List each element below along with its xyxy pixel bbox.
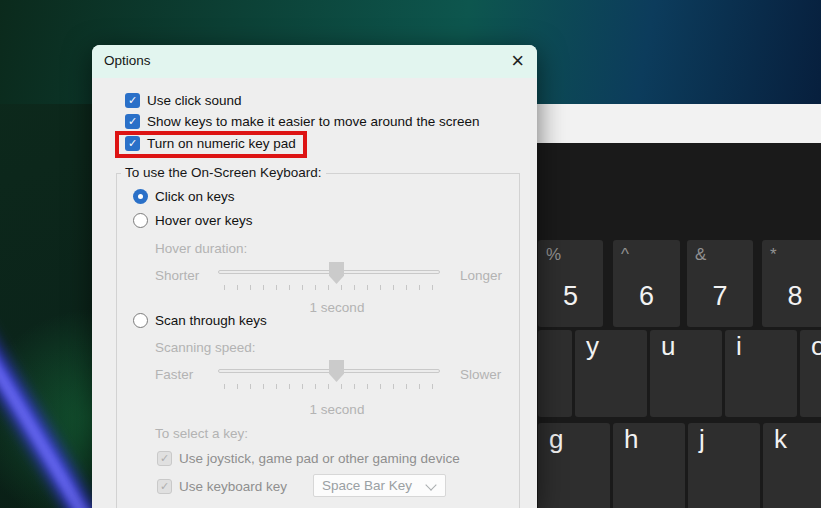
hover-duration-label: Hover duration: (155, 241, 247, 256)
check-icon: ✓ (160, 453, 169, 464)
key-o[interactable]: o (800, 330, 821, 417)
key-h-label: h (624, 424, 638, 455)
check-icon: ✓ (128, 95, 137, 106)
checkbox-row-use-click-sound[interactable]: ✓ Use click sound (125, 92, 242, 108)
key-k[interactable]: k (763, 423, 821, 508)
checkbox-row-show-keys[interactable]: ✓ Show keys to make it easier to move ar… (125, 113, 479, 129)
radio-click-on-keys[interactable] (133, 189, 148, 204)
key-6-label: 6 (613, 281, 680, 312)
checkbox-row-keyboard-key: ✓ Use keyboard key (157, 478, 287, 494)
key-y[interactable]: y (575, 330, 647, 417)
checkbox-label-joystick: Use joystick, game pad or other gaming d… (179, 451, 460, 466)
key-o-label: o (811, 331, 821, 362)
desktop: % 5 ^ 6 & 7 * 8 y u i o g h j k Options (0, 0, 821, 508)
highlight-red-box (115, 131, 307, 158)
key-k-label: k (774, 424, 787, 455)
key-5[interactable]: % 5 (538, 240, 603, 327)
radio-label-scan-through-keys[interactable]: Scan through keys (155, 313, 267, 328)
key-6[interactable]: ^ 6 (613, 240, 680, 327)
dialog-titlebar[interactable]: Options × (92, 45, 537, 78)
scan-slider-ticks (224, 384, 436, 389)
radio-label-click-on-keys[interactable]: Click on keys (155, 189, 235, 204)
check-icon: ✓ (128, 116, 137, 127)
hover-slider-value: 1 second (287, 300, 387, 315)
radio-row-hover-over-keys[interactable]: Hover over keys (133, 212, 253, 228)
check-icon: ✓ (160, 481, 169, 492)
key-partial[interactable] (538, 330, 572, 417)
scan-slider-min-label: Faster (155, 367, 193, 382)
checkbox-use-click-sound[interactable]: ✓ (125, 93, 140, 108)
checkbox-label-use-click-sound[interactable]: Use click sound (147, 93, 242, 108)
radio-row-scan-through-keys[interactable]: Scan through keys (133, 312, 267, 328)
key-g-label: g (549, 424, 563, 455)
key-8-label: 8 (762, 281, 821, 312)
checkbox-label-keyboard-key: Use keyboard key (179, 479, 287, 494)
checkbox-keyboard-key: ✓ (157, 479, 172, 494)
close-icon[interactable]: × (511, 48, 524, 74)
key-7[interactable]: & 7 (687, 240, 753, 327)
scanning-speed-label: Scanning speed: (155, 340, 256, 355)
checkbox-joystick: ✓ (157, 451, 172, 466)
key-j[interactable]: j (688, 423, 760, 508)
radio-label-hover-over-keys[interactable]: Hover over keys (155, 213, 253, 228)
dialog-title: Options (104, 53, 151, 68)
hover-slider-max-label: Longer (460, 268, 502, 283)
keyboard-key-dropdown-value: Space Bar Key (322, 478, 412, 493)
checkbox-label-show-keys[interactable]: Show keys to make it easier to move arou… (147, 114, 479, 129)
key-h[interactable]: h (613, 423, 685, 508)
chevron-down-icon (425, 479, 436, 490)
key-7-label: 7 (687, 281, 753, 312)
keyboard-key-dropdown: Space Bar Key (313, 474, 446, 497)
key-7-shift-symbol: & (695, 245, 706, 265)
key-y-label: y (586, 331, 599, 362)
key-j-label: j (699, 424, 705, 455)
key-6-shift-symbol: ^ (621, 245, 629, 265)
key-i-label: i (736, 331, 742, 362)
key-i[interactable]: i (725, 330, 797, 417)
scan-slider-value: 1 second (287, 402, 387, 417)
radio-hover-over-keys[interactable] (133, 213, 148, 228)
hover-slider-ticks (224, 285, 436, 290)
scan-slider-max-label: Slower (460, 367, 501, 382)
key-u[interactable]: u (650, 330, 722, 417)
key-u-label: u (661, 331, 675, 362)
key-8[interactable]: * 8 (762, 240, 821, 327)
key-5-shift-symbol: % (546, 245, 561, 265)
radio-scan-through-keys[interactable] (133, 313, 148, 328)
key-g[interactable]: g (538, 423, 610, 508)
key-5-label: 5 (538, 281, 603, 312)
checkbox-show-keys[interactable]: ✓ (125, 114, 140, 129)
to-select-a-key-label: To select a key: (155, 426, 248, 441)
groupbox-legend: To use the On-Screen Keyboard: (121, 165, 326, 180)
hover-slider-min-label: Shorter (155, 268, 199, 283)
key-8-shift-symbol: * (770, 245, 777, 265)
options-dialog: Options × ✓ Use click sound ✓ Show keys … (92, 45, 537, 508)
radio-row-click-on-keys[interactable]: Click on keys (133, 188, 235, 204)
checkbox-row-joystick: ✓ Use joystick, game pad or other gaming… (157, 450, 460, 466)
